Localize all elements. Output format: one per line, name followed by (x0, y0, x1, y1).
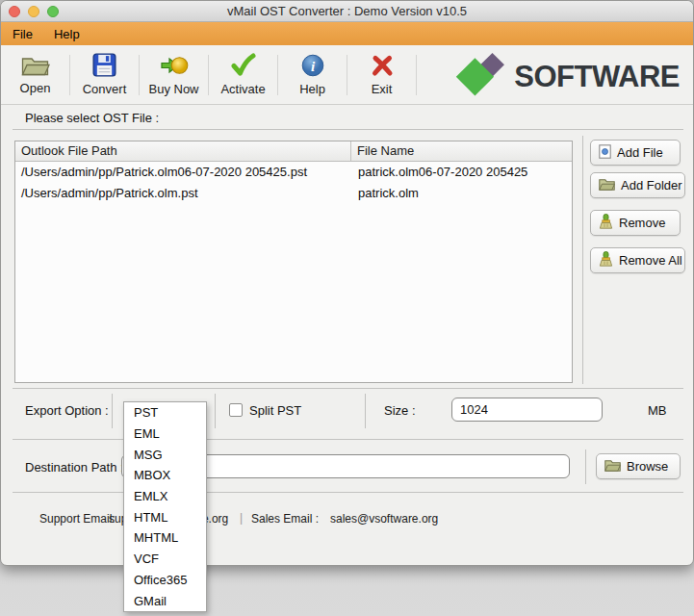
open-label: Open (20, 81, 51, 95)
divider (582, 136, 583, 384)
menu-help[interactable]: Help (54, 27, 80, 41)
activate-label: Activate (220, 82, 265, 96)
close-window-button[interactable] (9, 6, 20, 17)
divider (215, 394, 216, 428)
app-window: vMail OST Converter : Demo Version v10.5… (0, 0, 694, 566)
logo-text: SOFTWARE (514, 60, 680, 94)
green-check-icon (230, 53, 256, 80)
column-header-path: Outlook File Path (15, 141, 351, 161)
select-ost-label: Please select OST File : (25, 111, 159, 125)
dropdown-option-emlx[interactable]: EMLX (124, 486, 206, 507)
activate-button[interactable]: Activate (209, 48, 277, 102)
logo-diamonds-icon (452, 51, 508, 103)
dropdown-option-msg[interactable]: MSG (124, 444, 206, 465)
dropdown-option-eml[interactable]: EML (124, 424, 206, 445)
file-path-cell: /Users/admin/pp/Patrick.olm.pst (15, 183, 352, 204)
destination-path-label: Destination Path : (25, 460, 124, 475)
buy-now-label: Buy Now (148, 82, 198, 96)
window-title: vMail OST Converter : Demo Version v10.5 (1, 1, 693, 22)
dropdown-option-vcf[interactable]: VCF (124, 549, 206, 570)
export-option-label: Export Option : (25, 403, 109, 418)
browse-button[interactable]: Browse (596, 453, 681, 479)
split-pst-label: Split PST (249, 403, 301, 418)
remove-button[interactable]: Remove (590, 210, 681, 236)
help-label: Help (299, 82, 325, 96)
divider (13, 129, 683, 130)
folder-icon (604, 459, 621, 475)
divider (365, 394, 366, 428)
export-format-dropdown: PST EML MSG MBOX EMLX HTML MHTML VCF Off… (123, 401, 207, 612)
add-file-button[interactable]: Add File (590, 140, 681, 166)
divider (13, 492, 683, 493)
red-x-icon (371, 54, 394, 80)
zoom-window-button[interactable] (47, 6, 59, 17)
menu-file[interactable]: File (13, 27, 33, 41)
file-list-table[interactable]: Outlook File Path File Name /Users/admin… (14, 141, 573, 383)
exit-label: Exit (372, 82, 393, 96)
browse-label: Browse (627, 459, 668, 474)
add-folder-label: Add Folder (621, 178, 682, 192)
column-header-name: File Name (351, 141, 572, 161)
brush-icon (599, 214, 613, 232)
title-bar: vMail OST Converter : Demo Version v10.5 (1, 1, 693, 22)
table-header: Outlook File Path File Name (15, 141, 572, 162)
remove-all-button[interactable]: Remove All (590, 247, 685, 273)
table-row[interactable]: /Users/admin/pp/Patrick.olm06-07-2020 20… (15, 162, 572, 183)
toolbar: Open Convert (1, 45, 693, 105)
vsoftware-logo: SOFTWARE (452, 51, 680, 103)
file-name-cell: patrick.olm (352, 183, 572, 204)
dropdown-option-mhtml[interactable]: MHTML (124, 527, 206, 549)
remove-all-label: Remove All (619, 253, 682, 268)
support-email-label: Support Email: (39, 512, 116, 526)
floppy-disk-icon (92, 53, 116, 80)
size-unit-label: MB (648, 403, 667, 418)
divider (585, 449, 586, 484)
toolbar-separator (416, 55, 417, 95)
brush-icon (599, 251, 613, 270)
file-path-cell: /Users/admin/pp/Patrick.olm06-07-2020 20… (15, 162, 352, 183)
exit-button[interactable]: Exit (347, 48, 416, 102)
dropdown-option-pst[interactable]: PST (124, 402, 206, 424)
dropdown-option-gmail[interactable]: GMail (124, 590, 206, 611)
size-label: Size : (384, 403, 416, 418)
buy-now-button[interactable]: Buy Now (140, 48, 208, 102)
divider (13, 388, 683, 389)
table-row[interactable]: /Users/admin/pp/Patrick.olm.pst patrick.… (15, 183, 572, 204)
sales-email-value: sales@vsoftware.org (330, 512, 438, 526)
convert-label: Convert (83, 82, 127, 96)
divider (112, 394, 113, 428)
footer-separator: | (240, 511, 243, 525)
size-input[interactable] (451, 398, 603, 422)
add-file-icon (599, 144, 611, 162)
minimize-window-button[interactable] (28, 6, 39, 17)
add-folder-button[interactable]: Add Folder (590, 172, 685, 198)
folder-open-icon (21, 54, 50, 79)
add-file-label: Add File (617, 145, 663, 160)
dropdown-option-office365[interactable]: Office365 (124, 570, 206, 591)
file-name-cell: patrick.olm06-07-2020 205425 (352, 162, 572, 183)
sales-email-label: Sales Email : (251, 512, 319, 526)
menu-bar: File Help (1, 22, 693, 45)
folder-icon (599, 178, 615, 193)
open-button[interactable]: Open (1, 48, 69, 102)
help-button[interactable]: i Help (278, 48, 347, 102)
divider (13, 439, 683, 440)
dropdown-option-html[interactable]: HTML (124, 506, 206, 527)
split-pst-checkbox[interactable] (229, 403, 243, 417)
dropdown-option-mbox[interactable]: MBOX (124, 465, 206, 486)
info-circle-icon: i (301, 54, 324, 80)
remove-label: Remove (619, 216, 665, 230)
convert-button[interactable]: Convert (70, 48, 139, 102)
arrow-coin-icon (160, 54, 189, 80)
